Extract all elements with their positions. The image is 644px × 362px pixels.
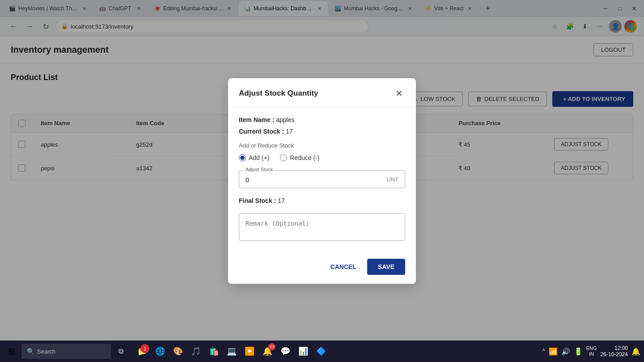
system-tray: ^ 📶 🔊 🔋 ENG IN 12:00 26-10-2024 🔔 [542, 345, 640, 358]
start-button[interactable]: ⊞ [4, 343, 20, 359]
store-icon: 🛍️ [209, 346, 219, 356]
taskbar-search[interactable]: 🔍 Search [21, 344, 111, 359]
taskbar-app-paint[interactable]: 🎨 [170, 343, 186, 359]
adjust-stock-field-container: Adjust Stock UNT [239, 170, 405, 188]
taskbar-notification-badge: 1 [140, 344, 149, 353]
whatsapp-icon: 💬 [280, 346, 290, 356]
powerpoint-icon: 📊 [298, 346, 308, 356]
modal-overlay[interactable]: Adjust Stock Quantity ✕ Item Name : appl… [0, 0, 644, 362]
adjust-stock-input[interactable] [246, 176, 398, 184]
terminal-icon: 💻 [227, 346, 237, 356]
add-radio-label[interactable]: Add (+) [239, 154, 269, 161]
taskview-button[interactable]: ⧉ [113, 343, 129, 359]
adjust-stock-unit: UNT [386, 176, 398, 183]
current-stock-value: 17 [286, 128, 293, 135]
taskbar-app-notification[interactable]: 🔔 53 [259, 343, 275, 359]
taskbar-app-spotify[interactable]: 🎵 [188, 343, 204, 359]
language-indicator[interactable]: ENG IN [586, 345, 597, 357]
modal-body: Item Name : apples Current Stock : 17 Ad… [228, 107, 416, 252]
cancel-button[interactable]: CANCEL [325, 260, 362, 274]
taskbar-app-youtube[interactable]: ▶️ [242, 343, 258, 359]
adjust-stock-modal: Adjust Stock Quantity ✕ Item Name : appl… [228, 78, 416, 284]
modal-title: Adjust Stock Quantity [239, 89, 318, 98]
reduce-option-text: Reduce (-) [290, 154, 319, 161]
adjust-stock-field-label: Adjust Stock [244, 167, 275, 172]
time-text: 12:00 [614, 345, 628, 351]
modal-close-button[interactable]: ✕ [393, 87, 405, 100]
taskbar-search-text: Search [37, 348, 55, 355]
volume-icon[interactable]: 🔊 [561, 347, 570, 356]
battery-icon[interactable]: 🔋 [574, 347, 583, 356]
item-name-row: Item Name : apples [239, 116, 405, 123]
youtube-icon: ▶️ [245, 346, 254, 356]
add-reduce-label: Add or Reduce Stock [239, 142, 405, 149]
final-stock-row: Final Stock : 17 [239, 197, 405, 204]
taskbar-app-whatsapp[interactable]: 💬 [277, 343, 293, 359]
modal-header: Adjust Stock Quantity ✕ [228, 78, 416, 107]
item-name-value: apples [276, 116, 294, 123]
lang-text: ENG [586, 345, 597, 351]
sys-tray-icons: ^ 📶 🔊 🔋 [542, 347, 583, 356]
taskbar-clock[interactable]: 12:00 26-10-2024 [601, 345, 628, 358]
date-text: 26-10-2024 [601, 351, 628, 358]
taskbar-apps: 📁 1 🌐 🎨 🎵 🛍️ 💻 ▶️ 🔔 53 💬 📊 [134, 343, 329, 359]
vscode-icon: 🔷 [316, 346, 326, 356]
taskbar-app-store[interactable]: 🛍️ [206, 343, 222, 359]
edge-icon: 🌐 [155, 346, 165, 356]
final-stock-label: Final Stock : [239, 197, 276, 204]
network-icon[interactable]: 📶 [549, 347, 558, 356]
notification-count-badge: 53 [268, 343, 275, 350]
taskview-icon: ⧉ [119, 347, 123, 355]
paint-icon: 🎨 [173, 346, 183, 356]
final-stock-value: 17 [278, 197, 285, 204]
add-radio-input[interactable] [239, 154, 246, 161]
chevron-up-icon[interactable]: ^ [542, 348, 545, 355]
radio-group: Add (+) Reduce (-) [239, 154, 405, 161]
windows-icon: ⊞ [8, 346, 16, 357]
reduce-radio-label[interactable]: Reduce (-) [280, 154, 319, 161]
current-stock-label: Current Stock : [239, 128, 284, 135]
taskbar-app-terminal[interactable]: 💻 [224, 343, 240, 359]
spotify-icon: 🎵 [191, 346, 201, 356]
save-button[interactable]: SAVE [367, 259, 405, 275]
taskbar-app-file-explorer[interactable]: 📁 1 [134, 343, 150, 359]
taskbar-search-icon: 🔍 [27, 348, 34, 355]
notification-bell-icon[interactable]: 🔔 [631, 347, 640, 356]
reduce-radio-input[interactable] [280, 154, 287, 161]
taskbar-app-edge[interactable]: 🌐 [152, 343, 168, 359]
region-text: IN [586, 351, 597, 357]
remark-input[interactable] [239, 213, 405, 241]
current-stock-row: Current Stock : 17 [239, 128, 405, 135]
taskbar-app-vscode[interactable]: 🔷 [313, 343, 329, 359]
taskbar: ⊞ 🔍 Search ⧉ 📁 1 🌐 🎨 🎵 🛍️ 💻 ▶️ [0, 341, 644, 362]
taskbar-app-powerpoint[interactable]: 📊 [295, 343, 311, 359]
modal-footer: CANCEL SAVE [228, 252, 416, 284]
item-name-label: Item Name : [239, 116, 274, 123]
add-option-text: Add (+) [249, 154, 269, 161]
